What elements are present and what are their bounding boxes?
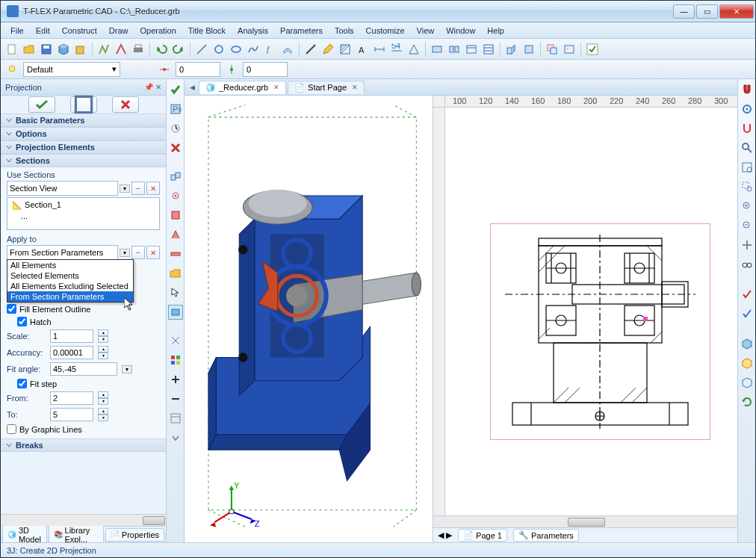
fn-icon[interactable]: ƒ (262, 41, 279, 58)
rt-zoomout-icon[interactable] (740, 218, 755, 233)
vt-red2-icon[interactable] (168, 227, 183, 242)
hatch-icon[interactable] (337, 41, 353, 58)
light-icon[interactable] (4, 61, 20, 78)
close-icon[interactable]: ✕ (273, 84, 279, 91)
vt-sel-icon[interactable] (168, 285, 183, 300)
apply-to-dropdown[interactable]: All Elements Selected Elements All Eleme… (7, 259, 134, 303)
offset-icon[interactable] (279, 41, 296, 58)
rt-pan-icon[interactable] (740, 238, 755, 252)
menu-file[interactable]: File (5, 25, 29, 37)
rt-magnet-icon[interactable] (740, 82, 755, 97)
rt-zoomall-icon[interactable] (740, 160, 755, 175)
grid-icon[interactable] (429, 41, 445, 58)
tab-properties[interactable]: 📄 Properties (105, 528, 164, 542)
layer-dropdown[interactable]: Default▾ (23, 62, 120, 77)
menu-operation[interactable]: Operation (134, 25, 181, 37)
coord-y-input[interactable]: 0 (243, 62, 288, 77)
redo-icon[interactable] (170, 41, 187, 58)
vt-color-icon[interactable] (168, 353, 183, 368)
rt-glasses-icon[interactable] (740, 257, 755, 272)
circle-icon[interactable] (211, 41, 227, 58)
open-icon[interactable] (21, 41, 37, 58)
vt-folder-icon[interactable] (168, 266, 183, 281)
print-icon[interactable] (130, 41, 146, 58)
panel-cancel-button[interactable] (112, 96, 139, 113)
acc-options[interactable]: Options (1, 127, 166, 140)
scale-input[interactable] (50, 329, 93, 343)
menu-tools[interactable]: Tools (329, 25, 359, 37)
section-item[interactable]: 📐 Section_1 (10, 199, 156, 211)
drop-selected[interactable]: Selected Elements (7, 270, 133, 281)
accuracy-input[interactable] (50, 346, 93, 359)
vt-plus-icon[interactable] (168, 372, 183, 387)
graphic-check[interactable] (7, 424, 16, 434)
rt-zoom-icon[interactable] (740, 140, 755, 155)
panel-ok-button[interactable] (28, 96, 55, 113)
tab-reducer[interactable]: 🧊 _Reducer.grb✕ (199, 81, 286, 94)
menu-analysis[interactable]: Analysis (232, 25, 273, 37)
to-input[interactable] (50, 408, 93, 421)
menu-parameters[interactable]: Parameters (275, 25, 328, 37)
close-icon[interactable]: ✕ (352, 84, 358, 91)
acc-sections[interactable]: Sections (1, 154, 166, 167)
vt-param-icon[interactable]: P≡ (168, 102, 183, 117)
apply-remove-button[interactable]: − (131, 246, 145, 259)
acc-breaks[interactable]: Breaks (1, 438, 166, 452)
2d-viewport[interactable]: 100120140160180200220240260280300 (433, 96, 737, 542)
fitstep-check[interactable] (17, 379, 27, 388)
vt-check-icon[interactable] (168, 82, 183, 97)
menu-window[interactable]: Window (441, 25, 480, 37)
vt-proj-icon[interactable] (168, 169, 183, 184)
triangle-icon[interactable] (406, 41, 422, 58)
new-icon[interactable] (4, 41, 20, 58)
to-spin[interactable]: ▴▾ (98, 408, 108, 421)
tab-startpage[interactable]: 📄 Start Page✕ (288, 81, 365, 94)
pin-icon[interactable]: 📌 ✕ (144, 83, 161, 91)
menu-draw[interactable]: Draw (104, 25, 134, 37)
undo-icon[interactable] (153, 41, 170, 58)
vt-red-icon[interactable] (168, 208, 183, 223)
menu-construct[interactable]: Construct (57, 25, 102, 37)
rt-zoomin-icon[interactable] (740, 199, 755, 214)
section-view-combo[interactable] (7, 181, 118, 196)
section-remove-button[interactable]: − (131, 182, 145, 195)
tab-params[interactable]: 🔧 Parameters (513, 529, 579, 542)
rt-zoomwin-icon[interactable] (740, 179, 755, 194)
proj-icon[interactable] (504, 41, 520, 58)
vt-cog-icon[interactable] (168, 188, 183, 203)
rt-snap-icon[interactable] (740, 102, 755, 117)
coord-x-icon[interactable] (156, 61, 173, 78)
cube-icon[interactable] (55, 41, 72, 58)
dim54-icon[interactable]: 54 (388, 41, 405, 58)
panel-hscroll[interactable] (1, 514, 166, 526)
scale-spin[interactable]: ▴▾ (98, 329, 108, 343)
tab-page1[interactable]: 📄 Page 1 (458, 529, 507, 542)
from-input[interactable] (50, 391, 93, 405)
grid2-icon[interactable] (446, 41, 462, 58)
vt-prop-icon[interactable] (168, 411, 183, 426)
minimize-button[interactable]: — (673, 4, 695, 19)
rt-redchk-icon[interactable] (740, 287, 755, 302)
drop-all[interactable]: All Elements (7, 260, 133, 270)
vt-auto-icon[interactable] (168, 121, 183, 136)
hatch-check[interactable] (17, 317, 27, 326)
accuracy-spin[interactable]: ▴▾ (98, 346, 108, 359)
page-nav-icon[interactable]: ◀ ▶ (438, 530, 452, 540)
pic-icon[interactable] (561, 41, 577, 58)
sketch-icon[interactable] (96, 41, 112, 58)
rt-magnet2-icon[interactable] (740, 121, 755, 136)
apply-to-combo[interactable] (7, 245, 118, 260)
acc-basic[interactable]: Basic Parameters (1, 114, 166, 127)
ellipse-icon[interactable] (228, 41, 244, 58)
vp2d-hscroll[interactable] (433, 515, 737, 527)
close-button[interactable]: ✕ (719, 4, 754, 19)
sketch2-icon[interactable] (113, 41, 129, 58)
check-icon[interactable] (584, 41, 601, 58)
fitangle-input[interactable] (50, 362, 117, 376)
vt-x-icon[interactable] (168, 140, 183, 155)
line-icon[interactable] (193, 41, 210, 58)
menu-view[interactable]: View (412, 25, 440, 37)
bom-icon[interactable] (480, 41, 497, 58)
proj2-icon[interactable] (521, 41, 537, 58)
drop-from-section[interactable]: From Section Parameters (7, 291, 133, 302)
